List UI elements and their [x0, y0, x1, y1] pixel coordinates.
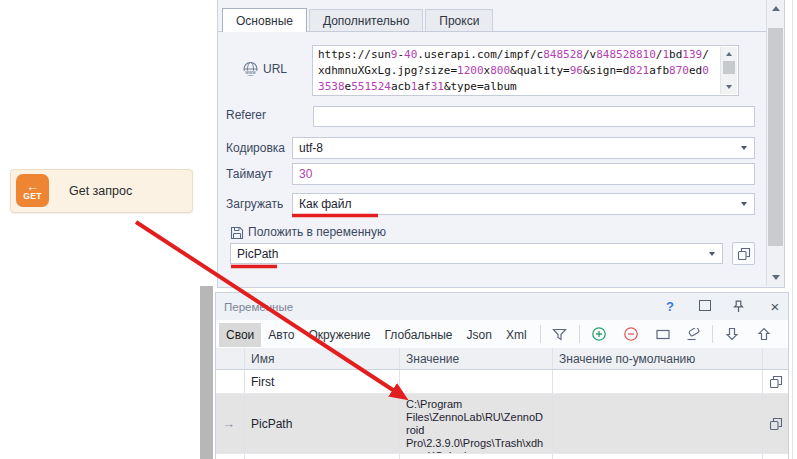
copy-icon: [769, 417, 783, 431]
scroll-up-arrow-icon[interactable]: [726, 52, 732, 56]
copy-row-button[interactable]: [763, 370, 788, 393]
cell-name[interactable]: First: [245, 370, 400, 393]
copy-row-button[interactable]: [763, 394, 788, 453]
download-mode-label: Загружать: [226, 197, 283, 212]
get-request-icon: ← GET: [16, 174, 49, 207]
dropdown-arrow-icon[interactable]: [741, 202, 747, 206]
vars-tab-environment[interactable]: Окружение: [301, 323, 377, 347]
vars-tab-json[interactable]: Json: [460, 323, 499, 347]
cell-value[interactable]: [400, 370, 553, 393]
toolbar-separator: [712, 325, 713, 343]
scroll-up-arrow-icon[interactable]: [772, 6, 780, 11]
zennoposter-screen: ← GET Get запрос Основные Дополнительно …: [0, 0, 797, 459]
globe-www-icon: www: [242, 61, 259, 78]
variables-table: Имя Значение Значение по-умолчанию First: [216, 348, 788, 459]
remove-variable-icon[interactable]: [618, 322, 644, 346]
row-selector[interactable]: →: [216, 394, 245, 453]
copy-icon: [769, 375, 783, 389]
table-row-first[interactable]: First: [216, 370, 788, 394]
save-floppy-icon: [230, 226, 244, 240]
referer-input[interactable]: [313, 106, 755, 127]
vars-tab-own[interactable]: Свои: [219, 323, 261, 347]
row-selector[interactable]: [216, 370, 245, 393]
close-icon[interactable]: ×: [768, 301, 782, 313]
toolbar-separator: [579, 325, 580, 343]
url-scrollbar-thumb[interactable]: [723, 61, 735, 74]
tab-main[interactable]: Основные: [222, 8, 307, 32]
get-icon-label: GET: [23, 192, 42, 201]
url-label: www URL: [242, 61, 287, 78]
get-request-action-block[interactable]: ← GET Get запрос: [10, 169, 193, 213]
toolbar-separator: [540, 325, 541, 343]
timeout-label: Таймаут: [226, 167, 272, 182]
maximize-icon[interactable]: [698, 300, 712, 314]
copy-column-header: [763, 348, 788, 369]
column-header-value[interactable]: Значение: [400, 348, 553, 369]
referer-label: Referer: [226, 108, 266, 123]
variables-titlebar: Переменные ? ×: [216, 293, 788, 321]
variables-title: Переменные: [224, 301, 293, 313]
encoding-label: Кодировка: [226, 141, 285, 156]
column-header-name[interactable]: Имя: [245, 348, 400, 369]
variables-toolbar: Свои Авто Окружение Глобальные Json Xml: [216, 320, 788, 349]
vars-tab-xml[interactable]: Xml: [499, 323, 534, 347]
put-to-variable-select[interactable]: PicPath: [230, 243, 723, 264]
help-icon[interactable]: ?: [663, 300, 677, 314]
panel-splitter[interactable]: [200, 286, 213, 459]
url-scrollbar[interactable]: [720, 47, 737, 94]
cell-default[interactable]: [553, 370, 763, 393]
move-down-icon[interactable]: [719, 322, 745, 346]
window-edge: [792, 0, 793, 459]
selector-column-header: [216, 348, 245, 369]
download-mode-select[interactable]: Как файл: [292, 193, 755, 215]
tab-advanced[interactable]: Дополнительно: [309, 9, 423, 31]
vars-tab-global[interactable]: Глобальные: [377, 323, 459, 347]
url-value: https://sun9-40.userapi.com/impf/c848528…: [318, 47, 712, 94]
copy-icon: [737, 247, 751, 261]
move-up-icon[interactable]: [751, 322, 777, 346]
url-input[interactable]: https://sun9-40.userapi.com/impf/c848528…: [312, 45, 739, 96]
column-header-default[interactable]: Значение по-умолчанию: [553, 348, 763, 369]
settings-scrollbar[interactable]: [766, 0, 784, 286]
cell-default[interactable]: [553, 394, 763, 453]
put-to-variable-label: Положить в переменную: [230, 225, 386, 240]
rename-variable-icon[interactable]: [650, 322, 676, 346]
add-variable-icon[interactable]: [586, 322, 612, 346]
table-row-empty: [216, 454, 788, 459]
cell-value[interactable]: C:\Program Files\ZennoLab\RU\ZennoDroid …: [400, 394, 553, 453]
dropdown-arrow-icon[interactable]: [709, 252, 715, 256]
svg-text:www: www: [245, 70, 256, 75]
filter-icon[interactable]: [547, 322, 573, 346]
get-action-label: Get запрос: [69, 170, 132, 212]
table-header-row: Имя Значение Значение по-умолчанию: [216, 348, 788, 370]
scroll-down-arrow-icon[interactable]: [726, 85, 732, 89]
tab-proxy[interactable]: Прокси: [425, 9, 493, 31]
get-request-settings-panel: Основные Дополнительно Прокси www URL ht…: [217, 0, 785, 288]
current-row-arrow-icon: →: [222, 416, 235, 431]
settings-tabbar: Основные Дополнительно Прокси: [218, 8, 767, 32]
eraser-icon[interactable]: [680, 322, 706, 346]
vars-tab-auto[interactable]: Авто: [261, 323, 301, 347]
settings-scrollbar-thumb[interactable]: [768, 28, 783, 246]
left-arrow-icon: ←: [26, 181, 39, 192]
timeout-input[interactable]: 30: [292, 163, 755, 185]
variables-panel: Переменные ? × Свои Авто Окружение Глоба…: [215, 292, 789, 459]
dropdown-arrow-icon[interactable]: [741, 146, 747, 150]
pin-icon[interactable]: [733, 300, 747, 313]
cell-name[interactable]: PicPath: [245, 394, 400, 453]
encoding-select[interactable]: utf-8: [292, 137, 755, 159]
scroll-down-arrow-icon[interactable]: [772, 275, 780, 280]
table-row-picpath[interactable]: → PicPath C:\Program Files\ZennoLab\RU\Z…: [216, 394, 788, 454]
copy-variable-button[interactable]: [732, 242, 755, 265]
